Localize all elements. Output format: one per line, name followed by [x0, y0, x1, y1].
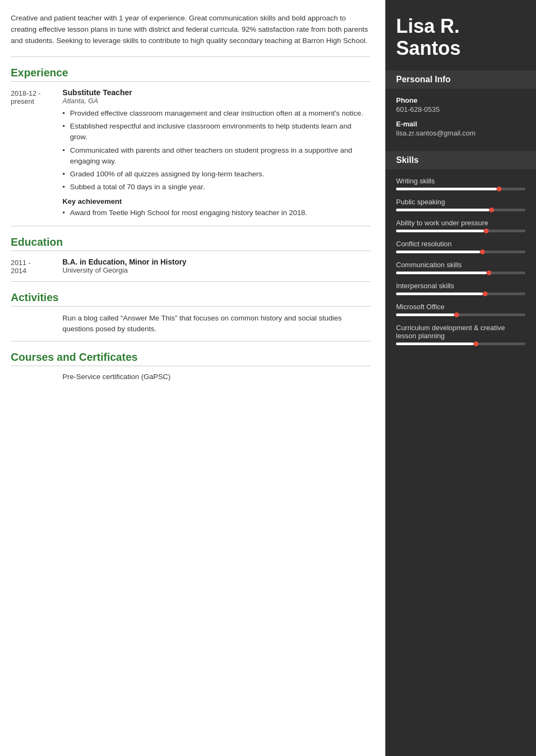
activities-entry: Run a blog called “Answer Me This” that …	[11, 313, 370, 335]
skill-bar-dot	[484, 229, 489, 233]
skill-item: Public speaking	[396, 198, 525, 211]
email-label: E-mail	[396, 120, 525, 128]
skill-bar-dot	[489, 208, 494, 212]
skill-item: Interpersonal skills	[396, 282, 525, 295]
skill-bar-bg	[396, 293, 525, 295]
skill-bar-dot	[483, 291, 488, 296]
skill-name: Curriculum development & creative lesson…	[396, 324, 525, 340]
edu-school: University of Georgia	[62, 266, 370, 274]
education-title: Education	[11, 236, 370, 251]
skill-bar-fill	[396, 272, 486, 274]
skill-item: Communication skills	[396, 261, 525, 274]
summary-text: Creative and patient teacher with 1 year…	[11, 13, 370, 47]
skill-bar-dot	[480, 249, 485, 254]
skill-bar-bg	[396, 230, 525, 232]
skill-name: Ability to work under pressure	[396, 219, 525, 227]
phone-value: 601-628-0535	[396, 105, 525, 113]
skill-bar-dot	[497, 187, 502, 191]
bullet-item: Graded 100% of all quizzes assigned by l…	[62, 169, 370, 180]
skill-item: Writing skills	[396, 177, 525, 190]
education-date: 2011 - 2014	[11, 258, 54, 275]
skill-bar-fill	[396, 293, 483, 295]
skill-name: Conflict resolution	[396, 240, 525, 248]
left-column: Creative and patient teacher with 1 year…	[0, 0, 385, 756]
skills-section: Writing skillsPublic speakingAbility to …	[385, 169, 536, 360]
education-entry: 2011 - 2014 B.A. in Education, Minor in …	[11, 258, 370, 275]
courses-date	[11, 373, 54, 381]
courses-entry: Pre-Service certification (GaPSC)	[11, 373, 370, 381]
skill-bar-dot	[454, 312, 459, 317]
education-section: Education 2011 - 2014 B.A. in Education,…	[11, 236, 370, 282]
job-title: Substitute Teacher	[62, 88, 370, 97]
courses-text: Pre-Service certification (GaPSC)	[62, 373, 171, 381]
skill-name: Interpersonal skills	[396, 282, 525, 290]
experience-entry: 2018-12 - present Substitute Teacher Atl…	[11, 88, 370, 220]
bullet-item: Provided effective classroom management …	[62, 108, 370, 119]
skill-name: Writing skills	[396, 177, 525, 185]
right-column: Lisa R. Santos Personal Info Phone 601-6…	[385, 0, 536, 756]
experience-date: 2018-12 - present	[11, 88, 54, 220]
skill-item: Curriculum development & creative lesson…	[396, 324, 525, 345]
skill-bar-fill	[396, 343, 474, 345]
activities-text: Run a blog called “Answer Me This” that …	[62, 313, 370, 335]
skill-bar-fill	[396, 188, 497, 190]
key-achievement-label: Key achievement	[62, 197, 370, 205]
courses-section: Courses and Certificates Pre-Service cer…	[11, 351, 370, 381]
skill-name: Public speaking	[396, 198, 525, 206]
bullet-item: Established respectful and inclusive cla…	[62, 121, 370, 143]
skill-bar-bg	[396, 272, 525, 274]
achievement-list: Award from Teetle High School for most e…	[62, 208, 370, 218]
skill-name: Microsoft Office	[396, 303, 525, 311]
summary-section: Creative and patient teacher with 1 year…	[11, 13, 370, 57]
personal-info-header: Personal Info	[385, 70, 536, 89]
skill-name: Communication skills	[396, 261, 525, 269]
experience-title: Experience	[11, 67, 370, 82]
skill-bar-dot	[474, 341, 478, 346]
bullet-list: Provided effective classroom management …	[62, 108, 370, 193]
experience-section: Experience 2018-12 - present Substitute …	[11, 67, 370, 226]
education-content: B.A. in Education, Minor in History Univ…	[62, 258, 370, 275]
activities-title: Activities	[11, 291, 370, 306]
skill-bar-fill	[396, 313, 454, 316]
skill-item: Microsoft Office	[396, 303, 525, 316]
skill-bar-bg	[396, 251, 525, 253]
skill-bar-bg	[396, 209, 525, 211]
skill-item: Ability to work under pressure	[396, 219, 525, 232]
email-value: lisa.zr.santos@gmail.com	[396, 129, 525, 137]
skill-bar-fill	[396, 251, 480, 253]
bullet-item: Communicated with parents and other teac…	[62, 145, 370, 167]
job-location: Atlanta, GA	[62, 97, 370, 105]
name-header: Lisa R. Santos	[385, 0, 536, 70]
experience-content: Substitute Teacher Atlanta, GA Provided …	[62, 88, 370, 220]
skill-bar-bg	[396, 343, 525, 345]
skill-bar-dot	[486, 270, 491, 275]
candidate-name: Lisa R. Santos	[396, 15, 525, 60]
skill-bar-fill	[396, 209, 489, 211]
skills-header: Skills	[385, 151, 536, 169]
personal-info-section: Phone 601-628-0535 E-mail lisa.zr.santos…	[385, 89, 536, 151]
name-line1: Lisa R.	[396, 15, 460, 37]
edu-degree: B.A. in Education, Minor in History	[62, 258, 370, 266]
skill-item: Conflict resolution	[396, 240, 525, 253]
name-line2: Santos	[396, 37, 461, 59]
activities-date	[11, 313, 54, 335]
skill-bar-fill	[396, 230, 484, 232]
phone-label: Phone	[396, 96, 525, 104]
skill-bar-bg	[396, 188, 525, 190]
courses-title: Courses and Certificates	[11, 351, 370, 366]
bullet-item: Subbed a total of 70 days in a single ye…	[62, 182, 370, 192]
activities-section: Activities Run a blog called “Answer Me …	[11, 291, 370, 342]
achievement-item: Award from Teetle High School for most e…	[62, 208, 370, 218]
resume-container: Creative and patient teacher with 1 year…	[0, 0, 536, 756]
skill-bar-bg	[396, 313, 525, 316]
